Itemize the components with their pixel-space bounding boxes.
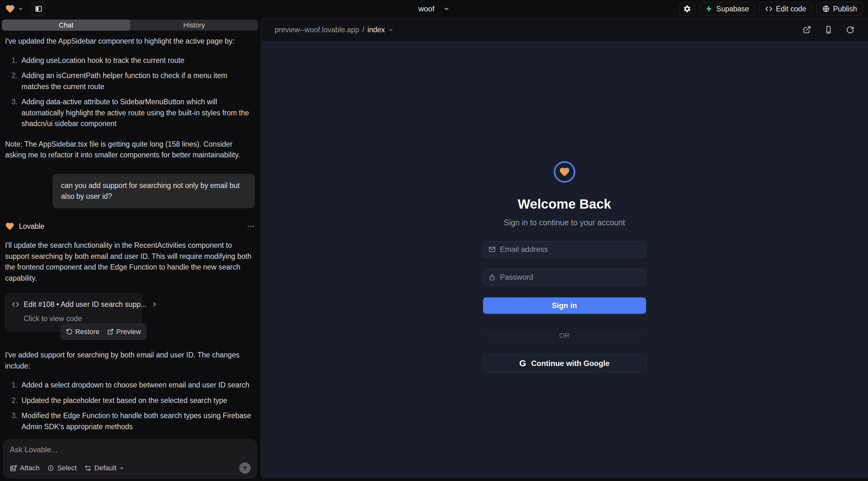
list-item: Adding data-active attribute to SidebarM… (20, 96, 255, 129)
edit-code-button[interactable]: Edit code (759, 2, 812, 16)
target-icon (47, 464, 54, 472)
sign-in-button[interactable]: Sign in (483, 297, 646, 314)
supabase-button[interactable]: Supabase (699, 2, 755, 16)
open-in-new-tab-button[interactable] (803, 26, 811, 34)
external-link-icon (107, 328, 114, 335)
google-g-icon: G (519, 358, 526, 368)
restore-button[interactable]: Restore (66, 326, 99, 337)
project-name: woof (418, 4, 435, 13)
assistant-name: Lovable (19, 221, 44, 232)
google-button-label: Continue with Google (531, 359, 610, 368)
assistant-message-list: Adding useLocation hook to track the cur… (5, 55, 255, 129)
globe-icon (822, 5, 830, 13)
sidebar-toggle-button[interactable] (32, 2, 45, 16)
edit-card-actions: Restore Preview (61, 324, 146, 340)
chat-panel: Chat History I've updated the AppSidebar… (0, 18, 260, 481)
preview-panel: preview--woof.lovable.app / index (260, 18, 868, 478)
supabase-bolt-icon (705, 5, 713, 13)
list-item: Added a select dropdown to choose betwee… (20, 380, 255, 391)
email-field[interactable] (483, 241, 646, 258)
restore-label: Restore (75, 326, 99, 337)
assistant-message-text: I've added support for searching by both… (5, 350, 255, 371)
top-bar: woof Supabase Edit code Publish (0, 0, 868, 18)
publish-label: Publish (833, 5, 857, 13)
edit-card-title: Edit #108 • Add user ID search supp... (24, 299, 147, 310)
lovable-heart-icon (5, 222, 14, 231)
assistant-message-text: I'll update the search functionality in … (5, 240, 255, 284)
preview-url-page: index (368, 26, 385, 34)
page-title: Welcome Back (518, 197, 611, 212)
list-item: Adding useLocation hook to track the cur… (20, 55, 255, 66)
chevron-down-icon (388, 27, 394, 33)
project-switcher[interactable]: woof (418, 0, 450, 18)
lock-icon (488, 274, 496, 281)
divider-line (483, 335, 553, 336)
preview-toolbar: preview--woof.lovable.app / index (261, 18, 868, 41)
settings-button[interactable] (679, 2, 695, 16)
assistant-header: Lovable (5, 221, 255, 232)
list-item: Updated the placeholder text based on th… (20, 395, 255, 406)
divider-line (576, 335, 646, 336)
code-icon (765, 5, 773, 13)
arrow-up-icon (242, 465, 248, 471)
assistant-message-text: I've updated the AppSidebar component to… (5, 36, 255, 47)
or-divider: OR (483, 331, 646, 340)
publish-button[interactable]: Publish (816, 2, 863, 16)
chevron-down-icon (18, 6, 23, 12)
more-options-icon[interactable] (247, 222, 255, 230)
signin-card: Welcome Back Sign in to continue to your… (483, 161, 646, 478)
preview-label: Preview (116, 326, 141, 337)
mode-label: Default (94, 464, 117, 472)
lovable-logo-menu[interactable] (5, 4, 23, 14)
user-message-bubble: can you add support for searching not on… (53, 174, 255, 208)
mail-icon (488, 246, 496, 253)
lovable-heart-icon (5, 4, 15, 14)
chat-input[interactable] (10, 445, 251, 454)
list-item: Adding an isCurrentPath helper function … (20, 70, 255, 92)
chat-composer: Attach Select Default (3, 439, 257, 478)
signin-form: Sign in (483, 241, 646, 314)
assistant-message-list: Added a select dropdown to choose betwee… (5, 380, 255, 435)
sliders-icon (84, 464, 92, 472)
tab-history[interactable]: History (130, 20, 258, 31)
send-button[interactable] (239, 462, 251, 474)
attach-image-icon (10, 464, 17, 472)
chevron-down-icon (443, 6, 450, 12)
preview-url-selector[interactable]: preview--woof.lovable.app / index (275, 26, 394, 34)
preview-url-host: preview--woof.lovable.app (275, 26, 359, 34)
attach-label: Attach (20, 464, 39, 472)
edit-card-subtitle: Click to view code (24, 313, 135, 324)
gear-icon (683, 5, 691, 13)
heart-icon (559, 166, 570, 178)
refresh-button[interactable] (846, 26, 854, 34)
chat-history-tabs: Chat History (2, 20, 258, 31)
password-input[interactable] (500, 273, 641, 282)
code-icon (12, 300, 19, 308)
chevron-down-icon (119, 466, 125, 471)
tab-history-label: History (183, 21, 205, 29)
preview-button[interactable]: Preview (107, 326, 141, 337)
select-label: Select (57, 464, 76, 472)
app-logo (554, 161, 575, 183)
email-input[interactable] (500, 245, 641, 254)
attach-button[interactable]: Attach (10, 464, 39, 472)
edit-code-label: Edit code (776, 5, 806, 13)
edit-code-card[interactable]: Edit #108 • Add user ID search supp... C… (5, 293, 142, 331)
list-item: Modified the Edge Function to handle bot… (20, 410, 255, 432)
or-label: OR (559, 331, 569, 340)
mobile-view-button[interactable] (825, 26, 833, 34)
password-field[interactable] (483, 269, 646, 285)
page-subtitle: Sign in to continue to your account (504, 218, 625, 227)
tab-chat[interactable]: Chat (2, 20, 130, 31)
supabase-label: Supabase (716, 5, 749, 13)
restore-icon (66, 328, 73, 335)
chevron-right-icon (151, 301, 158, 308)
tab-chat-label: Chat (59, 21, 73, 29)
chat-message-list[interactable]: I've updated the AppSidebar component to… (0, 31, 260, 435)
select-element-button[interactable]: Select (47, 464, 76, 472)
app-preview-viewport: Welcome Back Sign in to continue to your… (261, 41, 868, 478)
assistant-note-text: Note: The AppSidebar.tsx file is getting… (5, 139, 255, 161)
continue-with-google-button[interactable]: G Continue with Google (483, 355, 646, 372)
mode-selector[interactable]: Default (84, 464, 125, 472)
preview-url-separator: / (362, 26, 364, 34)
